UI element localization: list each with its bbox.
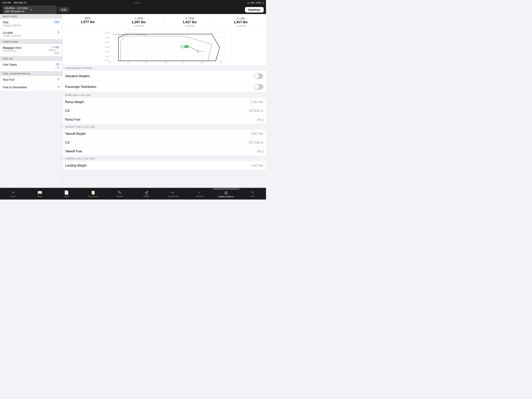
wb-chart-area: 1,520 1,480 1,440 1,400 1,360 1,320 1,28… — [62, 30, 266, 65]
more-label: More — [250, 195, 255, 197]
ramp-cg-value: 157.632 in — [249, 109, 263, 113]
main-content: SEATS (LBS) Pilot Cockpit (128.5 in) 180… — [0, 14, 266, 188]
taxi-fuel-row[interactable]: Taxi Fuel 0 — [0, 76, 62, 84]
passenger-distribution-row[interactable]: Passenger Distribution — [62, 82, 266, 92]
baggage-label: Baggage Area — [3, 46, 21, 49]
weight-balance-icon: ⚖ — [224, 190, 228, 195]
maps-icon: 📖 — [37, 190, 42, 195]
tow-label: ⊕ TOW — [166, 17, 214, 20]
cargo-section-header: CARGO (LBS) — [0, 39, 62, 44]
copilot-row[interactable]: Co-pilot Cockpit (128.5 in) 0 — [0, 29, 62, 39]
svg-text:1,280: 1,280 — [105, 59, 109, 61]
battery-icon: ▮ — [262, 1, 264, 4]
status-time: 9:13 AM Wed May 15 — [2, 1, 27, 4]
takeoff-cg-value: 157.632 in — [249, 141, 263, 144]
ramp-weight-value: 1,417 lbs — [251, 100, 263, 104]
svg-text:ZFW: ZFW — [200, 51, 203, 52]
weight-balance-label: Weight & Balance — [218, 196, 234, 198]
curtailment-label: CURTAILMENT OPTIONS — [62, 65, 266, 71]
right-panel: BEW 1,077 lbs ⊕ ZFW 1,297 lbs / 1,510 lb… — [62, 14, 266, 188]
baggage-row[interactable]: Baggage Area Arm (157 in) 40 / 60 Stuff … — [0, 44, 62, 56]
baggage-value: 40 — [56, 45, 59, 50]
summary-button[interactable]: Summary — [245, 7, 264, 13]
svg-text:153: 153 — [108, 62, 111, 63]
landing-weight-label: Landing Weight — [65, 164, 87, 167]
fuel-consumption-section-header: FUEL CONSUMPTION (G) — [0, 71, 62, 76]
fuel-section-header: FUEL (G) — [0, 56, 62, 61]
tab-plates[interactable]: 📄 Plates — [53, 189, 80, 199]
date: Wed May 15 — [13, 1, 26, 4]
takeoff-weight-label: Takeoff Weight — [65, 132, 85, 135]
landing-section-label: LANDING (MAX 1,510 LBS) — [62, 156, 266, 161]
wifi-icon: WiFi — [250, 1, 255, 4]
weight-summary-bar: BEW 1,077 lbs ⊕ ZFW 1,297 lbs / 1,510 lb… — [62, 14, 266, 30]
tab-flights[interactable]: 🛫 Flights — [133, 189, 160, 199]
documents-icon: 📋 — [91, 190, 96, 195]
tab-checklist[interactable]: ✓ Checklist — [186, 189, 213, 199]
top-navigation: N528BA - N271BW with Windows In ▾ Edit S… — [0, 6, 266, 14]
ramp-cg-label: CG — [65, 109, 70, 113]
tab-imagery[interactable]: 🛰 Imagery — [106, 189, 133, 199]
svg-text:154: 154 — [127, 62, 129, 63]
tow-value: 1,417 lbs — [166, 20, 214, 24]
pilot-row[interactable]: Pilot Cockpit (128.5 in) 180 — [0, 19, 62, 29]
takeoff-section-label: TAKEOFF (MAX 1,510 LBS) — [62, 124, 266, 129]
takeoff-fuel-label: Takeoff Fuel — [65, 150, 82, 153]
fuel-dest-value: 0 — [58, 85, 59, 89]
taxi-fuel-value: 0 — [58, 77, 59, 81]
ramp-fuel-label: Ramp Fuel — [65, 118, 80, 121]
battery: 100% — [256, 1, 261, 4]
baggage-note: Stuff in Back — [46, 49, 59, 54]
svg-text:158: 158 — [201, 62, 203, 63]
maps-label: Maps — [38, 195, 42, 198]
tab-airports[interactable]: ✈ Airports — [0, 189, 27, 199]
landing-weight-value: 1,417 lbs — [251, 164, 263, 167]
svg-text:1,320: 1,320 — [105, 56, 109, 57]
svg-text:155: 155 — [145, 62, 148, 63]
checklist-label: Checklist — [196, 195, 203, 198]
fuel-tanks-label: Fuel Tanks — [3, 63, 17, 66]
tab-bar: ✈ Airports 📖 Maps 📄 Plates 📋 Documents 🛰… — [0, 188, 266, 200]
status-bar: 9:13 AM Wed May 15 ▲ WiFi 100% ▮ — [0, 0, 266, 6]
aircraft-selector[interactable]: N528BA - N271BW with Windows In ▾ — [2, 6, 57, 14]
svg-text:LDW: LDW — [181, 46, 184, 47]
scratchpads-icon: ✏ — [171, 190, 174, 195]
baggage-sublabel: Arm (157 in) — [3, 50, 21, 52]
svg-text:1,440: 1,440 — [105, 41, 109, 43]
takeoff-cg-label: CG — [65, 141, 70, 144]
tab-documents[interactable]: 📋 Documents — [80, 189, 107, 199]
fuel-dest-label: Fuel to Destination — [3, 85, 27, 89]
ramp-fuel-row: Ramp Fuel 20 g — [62, 115, 266, 124]
plates-icon: 📄 — [64, 190, 69, 195]
fuel-tanks-row[interactable]: Fuel Tanks 20 / 20 — [0, 61, 62, 71]
takeoff-weight-row: Takeoff Weight 1,417 lbs — [62, 129, 266, 138]
ldw-value: 1,417 lbs — [217, 20, 265, 24]
more-icon: ≡ — [252, 190, 254, 195]
fuel-tanks-value: 20 — [56, 63, 59, 66]
scratchpads-label: ScratchPads — [167, 195, 178, 198]
ldw-sub: / 1,510 lbs — [217, 25, 265, 27]
aircraft-name: N528BA - N271BW with Windows In — [5, 7, 29, 13]
takeoff-cg-row: CG 157.632 in — [62, 138, 266, 147]
tab-maps[interactable]: 📖 Maps — [27, 189, 53, 199]
takeoff-weight-value: 1,417 lbs — [251, 132, 263, 135]
svg-text:1,480: 1,480 — [105, 37, 109, 39]
edit-button[interactable]: Edit — [58, 7, 69, 13]
bew-col: BEW 1,077 lbs — [62, 16, 113, 28]
zfw-col: ⊕ ZFW 1,297 lbs / 1,510 lbs — [113, 16, 164, 28]
tab-weight-balance[interactable]: ⚖ Weight & Balance — [213, 189, 240, 199]
passenger-distribution-toggle[interactable] — [254, 84, 263, 90]
standard-weights-toggle[interactable] — [254, 73, 263, 79]
zfw-icon: ⊕ — [134, 17, 137, 20]
standard-weights-row[interactable]: Standard Weights — [62, 71, 266, 82]
copilot-sublabel: Cockpit (128.5 in) — [3, 34, 21, 37]
tab-scratchpads[interactable]: ✏ ScratchPads — [160, 189, 186, 199]
fuel-destination-row[interactable]: Fuel to Destination 0 — [0, 84, 62, 91]
takeoff-fuel-row: Takeoff Fuel 20 g — [62, 147, 266, 156]
left-panel: SEATS (LBS) Pilot Cockpit (128.5 in) 180… — [0, 14, 62, 188]
ldw-label: ⊞ LDW — [217, 17, 265, 20]
ramp-weight-label: Ramp Weight — [65, 100, 84, 104]
flights-label: Flights — [144, 195, 149, 198]
documents-label: Documents — [88, 195, 98, 198]
tab-more[interactable]: ≡ More — [239, 189, 266, 199]
